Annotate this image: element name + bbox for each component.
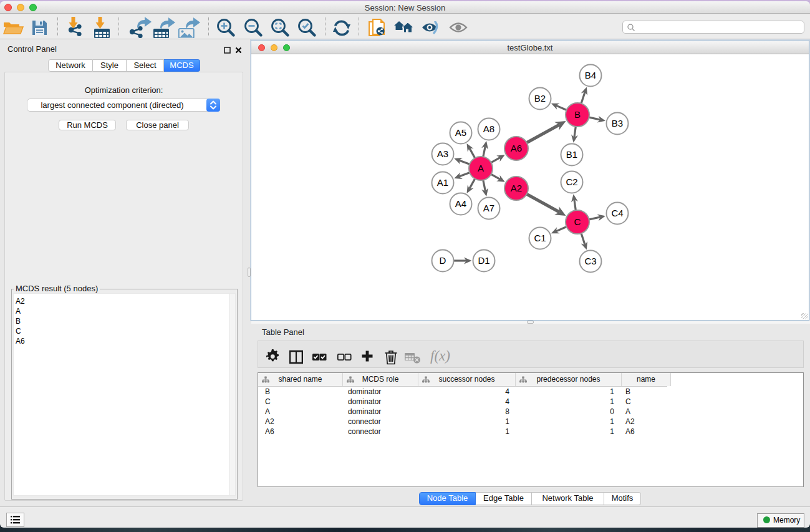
svg-text:D: D: [440, 255, 446, 266]
svg-text:B4: B4: [585, 70, 596, 80]
svg-text:A1: A1: [437, 177, 448, 188]
svg-text:B3: B3: [612, 118, 623, 128]
svg-text:B2: B2: [534, 93, 546, 104]
svg-text:C4: C4: [611, 208, 623, 218]
svg-text:A4: A4: [455, 198, 466, 209]
svg-text:A2: A2: [511, 183, 522, 193]
svg-text:B1: B1: [566, 149, 577, 160]
svg-text:D1: D1: [478, 255, 489, 266]
svg-text:C2: C2: [566, 177, 577, 187]
svg-text:A8: A8: [483, 123, 494, 134]
svg-text:A5: A5: [455, 127, 466, 138]
svg-text:B: B: [574, 109, 581, 120]
svg-text:A6: A6: [511, 143, 522, 153]
svg-text:C1: C1: [534, 233, 546, 243]
svg-text:C: C: [574, 216, 581, 227]
svg-text:A7: A7: [483, 203, 494, 213]
svg-text:C3: C3: [584, 256, 596, 266]
svg-text:A3: A3: [437, 148, 448, 159]
svg-text:A: A: [478, 163, 484, 173]
